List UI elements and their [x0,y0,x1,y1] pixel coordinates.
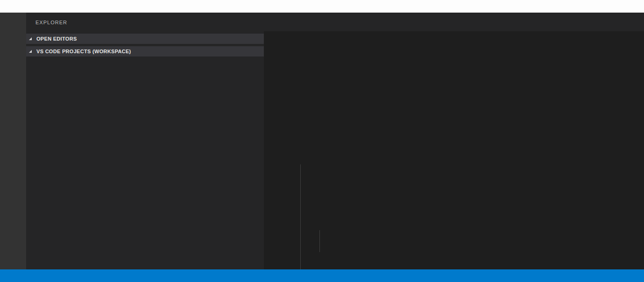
indent-guide [300,164,301,269]
code-editor[interactable] [264,31,644,269]
menu-bar [0,0,644,13]
status-bar [0,269,644,282]
explorer-sidebar: EXPLORER OPEN EDITORS VS CODE PROJECTS (… [26,13,264,269]
activity-bar [0,13,26,269]
sidebar-title: EXPLORER [26,13,264,34]
workspace-header-label: VS CODE PROJECTS (WORKSPACE) [36,49,131,54]
open-editors-header-label: OPEN EDITORS [36,36,77,42]
vscode-window: EXPLORER OPEN EDITORS VS CODE PROJECTS (… [0,0,644,282]
editor-actions [640,13,644,31]
twisty-expanded-icon [29,37,35,40]
workspace-header[interactable]: VS CODE PROJECTS (WORKSPACE) [26,46,264,56]
indent-guide [319,230,320,252]
editor-group [264,13,644,269]
twisty-expanded-icon [29,50,35,53]
workbench: EXPLORER OPEN EDITORS VS CODE PROJECTS (… [0,13,644,269]
tab-bar [264,13,644,31]
open-editors-header[interactable]: OPEN EDITORS [26,34,264,44]
